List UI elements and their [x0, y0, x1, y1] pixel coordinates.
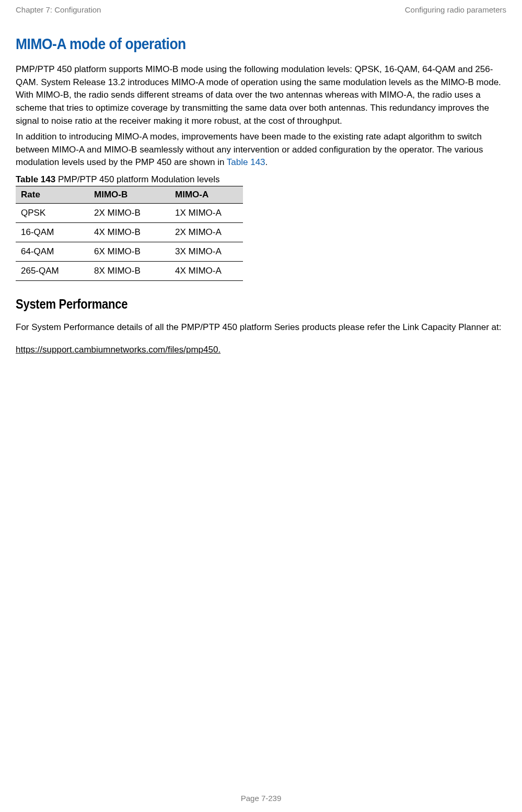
paragraph-1: PMP/PTP 450 platform supports MIMO-B mod… — [16, 63, 506, 127]
modulation-levels-table: Rate MIMO-B MIMO-A QPSK 2X MIMO-B 1X MIM… — [16, 186, 243, 281]
table-cell: QPSK — [16, 204, 89, 223]
table-header-mimo-a: MIMO-A — [170, 186, 243, 204]
table-cell: 4X MIMO-A — [170, 262, 243, 281]
paragraph-2-suffix: . — [265, 157, 268, 167]
table-row: 16-QAM 4X MIMO-B 2X MIMO-A — [16, 223, 243, 242]
table-caption-text: PMP/PTP 450 platform Modulation levels — [55, 174, 219, 184]
table-cell: 3X MIMO-A — [170, 242, 243, 262]
table-row: 265-QAM 8X MIMO-B 4X MIMO-A — [16, 262, 243, 281]
table-cell: 1X MIMO-A — [170, 204, 243, 223]
table-cell: 2X MIMO-A — [170, 223, 243, 242]
table-reference-link[interactable]: Table 143 — [227, 157, 265, 167]
system-performance-paragraph: For System Performance details of all th… — [16, 320, 506, 335]
header-right: Configuring radio parameters — [405, 5, 506, 14]
page-header: Chapter 7: Configuration Configuring rad… — [16, 5, 506, 14]
table-cell: 16-QAM — [16, 223, 89, 242]
table-header-mimo-b: MIMO-B — [89, 186, 170, 204]
table-cell: 2X MIMO-B — [89, 204, 170, 223]
table-cell: 265-QAM — [16, 262, 89, 281]
table-cell: 8X MIMO-B — [89, 262, 170, 281]
table-header-rate: Rate — [16, 186, 89, 204]
table-header-row: Rate MIMO-B MIMO-A — [16, 186, 243, 204]
table-row: QPSK 2X MIMO-B 1X MIMO-A — [16, 204, 243, 223]
table-row: 64-QAM 6X MIMO-B 3X MIMO-A — [16, 242, 243, 262]
table-cell: 6X MIMO-B — [89, 242, 170, 262]
table-caption: Table 143 PMP/PTP 450 platform Modulatio… — [16, 174, 506, 185]
heading-mimo-a: MIMO-A mode of operation — [16, 35, 447, 53]
page-footer: Page 7-239 — [0, 794, 522, 803]
table-caption-number: Table 143 — [16, 174, 55, 184]
table-cell: 64-QAM — [16, 242, 89, 262]
header-left: Chapter 7: Configuration — [16, 5, 101, 14]
table-cell: 4X MIMO-B — [89, 223, 170, 242]
external-link[interactable]: https://support.cambiumnetworks.com/file… — [16, 345, 221, 355]
heading-system-performance: System Performance — [16, 297, 447, 312]
paragraph-2: In addition to introducing MIMO-A modes,… — [16, 131, 506, 169]
